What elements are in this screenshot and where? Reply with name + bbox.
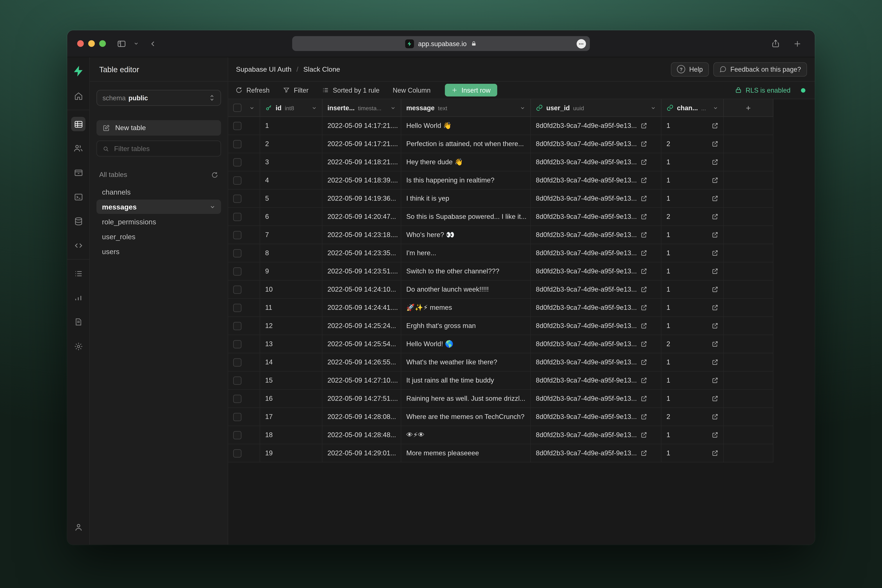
row-checkbox[interactable] bbox=[233, 285, 242, 294]
cell-channel-id[interactable]: 1 bbox=[662, 317, 724, 334]
sidebar-table-item[interactable]: role_permissions bbox=[96, 214, 221, 229]
breadcrumb-page[interactable]: Slack Clone bbox=[303, 65, 340, 73]
chevron-down-icon[interactable] bbox=[249, 105, 255, 111]
cell-message[interactable]: So this is Supabase powered... I like it… bbox=[401, 208, 531, 225]
row-checkbox[interactable] bbox=[233, 231, 242, 239]
row-checkbox[interactable] bbox=[233, 176, 242, 184]
external-link-icon[interactable] bbox=[712, 377, 718, 384]
external-link-icon[interactable] bbox=[641, 250, 647, 256]
column-header-channel-id[interactable]: chan... ... bbox=[662, 99, 724, 116]
sidebar-table-item[interactable]: user_roles bbox=[96, 230, 221, 244]
sidebar-table-item-selected[interactable]: messages bbox=[96, 200, 221, 214]
row-select-cell[interactable] bbox=[228, 135, 260, 153]
row-checkbox[interactable] bbox=[233, 303, 242, 312]
cell-user-id[interactable]: 8d0fd2b3-9ca7-4d9e-a95f-9e13... bbox=[531, 353, 662, 371]
cell-inserted-at[interactable]: 2022-05-09 14:24:10... bbox=[322, 280, 401, 298]
external-link-icon[interactable] bbox=[712, 141, 718, 147]
chevron-down-icon[interactable] bbox=[210, 204, 216, 210]
database-icon[interactable] bbox=[71, 214, 86, 228]
external-link-icon[interactable] bbox=[712, 231, 718, 238]
external-link-icon[interactable] bbox=[712, 340, 718, 347]
row-select-cell[interactable] bbox=[228, 353, 260, 371]
external-link-icon[interactable] bbox=[641, 141, 647, 147]
back-icon[interactable] bbox=[149, 40, 156, 47]
auth-users-icon[interactable] bbox=[71, 141, 86, 156]
cell-channel-id[interactable]: 1 bbox=[662, 280, 724, 298]
cell-channel-id[interactable]: 1 bbox=[662, 117, 724, 135]
add-column-button[interactable]: + bbox=[724, 99, 773, 116]
external-link-icon[interactable] bbox=[712, 286, 718, 293]
cell-id[interactable]: 17 bbox=[260, 408, 322, 426]
zoom-window-button[interactable] bbox=[99, 40, 106, 47]
chevron-down-icon[interactable] bbox=[713, 105, 718, 111]
cell-message[interactable]: Perfection is attained, not when there..… bbox=[401, 135, 531, 153]
cell-message[interactable]: It just rains all the time buddy bbox=[401, 372, 531, 389]
row-select-cell[interactable] bbox=[228, 426, 260, 444]
row-checkbox[interactable] bbox=[233, 413, 242, 421]
row-checkbox[interactable] bbox=[233, 122, 242, 130]
cell-user-id[interactable]: 8d0fd2b3-9ca7-4d9e-a95f-9e13... bbox=[531, 444, 662, 462]
page-settings-icon[interactable]: ••• bbox=[577, 39, 586, 48]
external-link-icon[interactable] bbox=[712, 450, 718, 456]
row-select-cell[interactable] bbox=[228, 317, 260, 334]
share-icon[interactable] bbox=[771, 39, 780, 48]
cell-user-id[interactable]: 8d0fd2b3-9ca7-4d9e-a95f-9e13... bbox=[531, 299, 662, 316]
row-select-cell[interactable] bbox=[228, 408, 260, 426]
cell-channel-id[interactable]: 1 bbox=[662, 390, 724, 407]
cell-id[interactable]: 10 bbox=[260, 280, 322, 298]
cell-user-id[interactable]: 8d0fd2b3-9ca7-4d9e-a95f-9e13... bbox=[531, 208, 662, 225]
row-checkbox[interactable] bbox=[233, 449, 242, 458]
cell-id[interactable]: 3 bbox=[260, 153, 322, 171]
row-checkbox[interactable] bbox=[233, 213, 242, 221]
cell-inserted-at[interactable]: 2022-05-09 14:19:36... bbox=[322, 190, 401, 207]
row-checkbox[interactable] bbox=[233, 376, 242, 385]
cell-id[interactable]: 18 bbox=[260, 426, 322, 444]
cell-message[interactable]: Hey there dude 👋 bbox=[401, 153, 531, 171]
cell-id[interactable]: 2 bbox=[260, 135, 322, 153]
address-bar[interactable]: app.supabase.io ••• bbox=[292, 36, 590, 51]
select-all-header[interactable] bbox=[228, 99, 260, 116]
cell-inserted-at[interactable]: 2022-05-09 14:18:21.... bbox=[322, 153, 401, 171]
external-link-icon[interactable] bbox=[712, 395, 718, 402]
chevron-down-icon[interactable] bbox=[312, 105, 317, 111]
row-checkbox[interactable] bbox=[233, 322, 242, 330]
row-select-cell[interactable] bbox=[228, 299, 260, 316]
insert-row-button[interactable]: Insert row bbox=[445, 84, 497, 96]
row-select-cell[interactable] bbox=[228, 226, 260, 244]
cell-inserted-at[interactable]: 2022-05-09 14:28:08... bbox=[322, 408, 401, 426]
row-checkbox[interactable] bbox=[233, 140, 242, 148]
sql-editor-icon[interactable] bbox=[71, 190, 86, 204]
external-link-icon[interactable] bbox=[641, 432, 647, 438]
row-select-cell[interactable] bbox=[228, 262, 260, 280]
external-link-icon[interactable] bbox=[712, 250, 718, 256]
chevron-down-icon[interactable] bbox=[651, 105, 656, 111]
cell-id[interactable]: 6 bbox=[260, 208, 322, 225]
schema-select[interactable]: schema public bbox=[96, 90, 221, 106]
new-tab-icon[interactable] bbox=[793, 39, 801, 48]
cell-inserted-at[interactable]: 2022-05-09 14:27:51.... bbox=[322, 390, 401, 407]
cell-channel-id[interactable]: 2 bbox=[662, 335, 724, 353]
cell-id[interactable]: 19 bbox=[260, 444, 322, 462]
external-link-icon[interactable] bbox=[712, 159, 718, 165]
external-link-icon[interactable] bbox=[712, 268, 718, 274]
cell-message[interactable]: Erghh that's gross man bbox=[401, 317, 531, 334]
cell-id[interactable]: 4 bbox=[260, 171, 322, 189]
external-link-icon[interactable] bbox=[641, 322, 647, 329]
close-window-button[interactable] bbox=[77, 40, 84, 47]
cell-message[interactable]: 👁⚡👁 bbox=[401, 426, 531, 444]
cell-channel-id[interactable]: 1 bbox=[662, 226, 724, 244]
row-checkbox[interactable] bbox=[233, 431, 242, 439]
cell-user-id[interactable]: 8d0fd2b3-9ca7-4d9e-a95f-9e13... bbox=[531, 190, 662, 207]
cell-inserted-at[interactable]: 2022-05-09 14:25:54... bbox=[322, 335, 401, 353]
external-link-icon[interactable] bbox=[712, 413, 718, 420]
chevron-down-icon[interactable] bbox=[520, 105, 525, 111]
cell-user-id[interactable]: 8d0fd2b3-9ca7-4d9e-a95f-9e13... bbox=[531, 153, 662, 171]
row-select-cell[interactable] bbox=[228, 208, 260, 225]
cell-id[interactable]: 13 bbox=[260, 335, 322, 353]
cell-channel-id[interactable]: 1 bbox=[662, 262, 724, 280]
row-checkbox[interactable] bbox=[233, 249, 242, 257]
reports-icon[interactable] bbox=[71, 291, 86, 305]
external-link-icon[interactable] bbox=[641, 395, 647, 402]
external-link-icon[interactable] bbox=[641, 268, 647, 274]
cell-channel-id[interactable]: 1 bbox=[662, 444, 724, 462]
